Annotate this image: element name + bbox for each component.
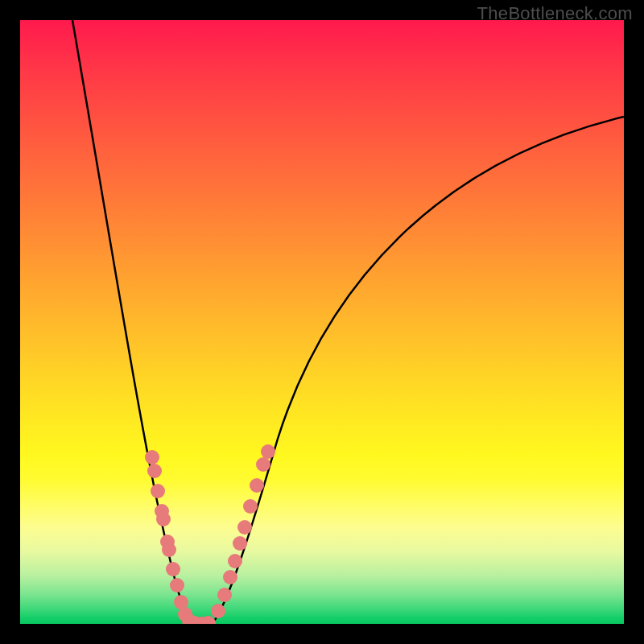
data-point [151,484,165,498]
data-point [228,554,242,568]
data-point [217,588,232,602]
data-point [261,444,275,459]
data-point [233,536,247,551]
curve-layer [20,20,624,624]
data-point [223,570,237,584]
watermark-text: TheBottleneck.com [477,3,633,24]
data-point [237,520,252,535]
bottleneck-curve [72,20,624,624]
data-point [162,543,176,557]
data-point [156,512,171,526]
data-point [256,457,270,472]
data-point [147,464,162,478]
data-point [166,562,180,576]
right-dots-group [211,444,275,618]
chart-frame: TheBottleneck.com [0,0,644,644]
left-dots-group [145,450,216,624]
data-point [250,478,264,493]
plot-area [20,20,624,624]
data-point [145,450,159,464]
data-point [211,604,225,618]
data-point [243,499,258,514]
data-point [170,578,184,592]
